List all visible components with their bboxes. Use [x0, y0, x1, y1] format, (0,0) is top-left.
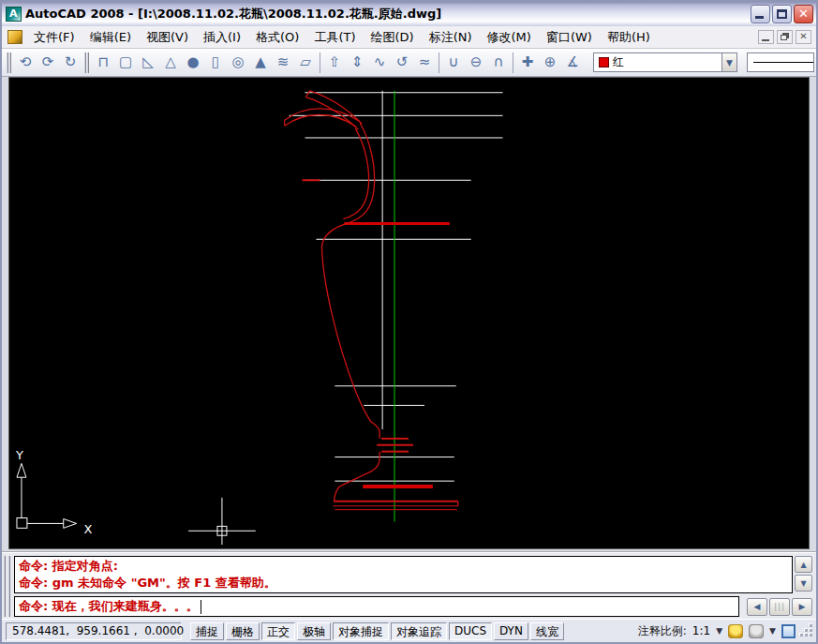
free-orbit-icon: ⟳ — [42, 55, 54, 69]
3d-move-icon: ✚ — [522, 55, 534, 69]
hscroll-thumb[interactable]: ||| — [769, 598, 790, 616]
command-window-grip[interactable] — [4, 556, 10, 617]
pyramid-icon: ▲ — [255, 55, 266, 69]
color-combobox[interactable]: 红 — [593, 52, 721, 72]
3d-align-icon: ∡ — [566, 55, 578, 69]
3d-rotate-button[interactable]: ⊕ — [539, 52, 561, 74]
minimize-button[interactable] — [751, 5, 770, 23]
annotation-scale-dropdown-icon[interactable]: ▼ — [716, 626, 722, 636]
menu-item-edit[interactable]: 编辑(E) — [82, 27, 139, 48]
3d-rotate-icon: ⊕ — [544, 55, 557, 69]
toggle-lwt[interactable]: 线宽 — [530, 622, 564, 640]
subtract-button[interactable]: ⊖ — [465, 52, 487, 74]
torus-button[interactable]: ◎ — [227, 52, 249, 74]
command-history[interactable]: 命令: 指定对角点:命令: gm 未知命令 "GM"。按 F1 查看帮助。 — [14, 556, 793, 593]
toolbar-grip[interactable] — [7, 52, 11, 73]
status-menu-dropdown-icon[interactable]: ▼ — [769, 626, 776, 636]
linetype-sample — [753, 62, 814, 63]
color-swatch-red — [599, 57, 609, 67]
constrained-orbit-button[interactable]: ⟲ — [14, 52, 37, 74]
cylinder-button[interactable]: ▯ — [204, 52, 227, 74]
command-vscrollbar: ▲ ▼ — [795, 556, 812, 593]
menu-item-insert[interactable]: 插入(I) — [196, 27, 248, 48]
linetype-combobox[interactable]: ByLa — [747, 52, 814, 72]
continuous-orbit-button[interactable]: ↻ — [59, 52, 82, 74]
clean-screen-button[interactable] — [781, 624, 796, 638]
toggle-polar[interactable]: 极轴 — [297, 622, 331, 640]
presspull-button[interactable]: ⇕ — [346, 52, 368, 74]
coordinate-display[interactable]: 578.4481, 959.1661 , 0.0000 — [6, 622, 182, 640]
menu-item-help[interactable]: 帮助(H) — [600, 27, 658, 48]
command-input[interactable]: 命令: 现在，我们来建瓶身。。。 — [14, 596, 739, 617]
auto-annotation-icon[interactable] — [749, 624, 764, 638]
toolbar-grip[interactable] — [84, 52, 89, 73]
extrude-button[interactable]: ⇧ — [323, 52, 346, 74]
mdi-close-button[interactable]: ✕ — [796, 30, 811, 44]
sweep-button[interactable]: ∿ — [368, 52, 391, 74]
toolbar-separator — [320, 52, 320, 73]
mdi-restore-icon — [781, 35, 787, 40]
text-cursor — [201, 600, 201, 614]
loft-button[interactable]: ≈ — [413, 52, 436, 74]
maximize-button[interactable] — [772, 5, 792, 23]
toggle-snap[interactable]: 捕捉 — [190, 622, 224, 640]
extrude-icon: ⇧ — [329, 55, 341, 69]
scroll-right-button[interactable]: ▶ — [792, 598, 812, 616]
sphere-button[interactable]: ● — [182, 52, 204, 74]
model-space[interactable]: Y X — [8, 77, 810, 549]
menu-item-dimension[interactable]: 标注(N) — [422, 27, 480, 48]
annotation-scale-value[interactable]: 1:1 — [692, 624, 710, 637]
menu-item-tools[interactable]: 工具(T) — [306, 27, 363, 48]
toggle-dyn[interactable]: DYN — [494, 622, 528, 640]
color-dropdown-button[interactable]: ▼ — [721, 52, 737, 72]
scroll-down-button[interactable]: ▼ — [795, 575, 812, 592]
command-history-line: 命令: gm 未知命令 "GM"。按 F1 查看帮助。 — [19, 575, 788, 592]
window-title: AutoCAD 2008 - [I:\2008.11.02.花瓶\2008.11… — [25, 6, 441, 22]
resize-grip[interactable] — [801, 625, 812, 637]
menu-item-window[interactable]: 窗口(W) — [539, 27, 600, 48]
planar-surface-button[interactable]: ▱ — [294, 52, 317, 74]
menu-item-format[interactable]: 格式(O) — [248, 27, 306, 48]
menu-item-draw[interactable]: 绘图(D) — [364, 27, 422, 48]
svg-text:Y: Y — [15, 449, 23, 463]
toggle-ortho[interactable]: 正交 — [261, 622, 295, 640]
chevron-down-icon: ▼ — [726, 58, 733, 67]
intersect-button[interactable]: ∩ — [487, 52, 510, 74]
cone-icon: △ — [165, 55, 176, 69]
toggle-osnap[interactable]: 对象捕捉 — [333, 622, 389, 640]
menu-item-modify[interactable]: 修改(M) — [480, 27, 539, 48]
helix-button[interactable]: ≋ — [272, 52, 294, 74]
ucs-icon: Y X — [15, 449, 93, 537]
status-bar: 578.4481, 959.1661 , 0.0000 捕捉栅格正交极轴对象捕捉… — [2, 619, 816, 642]
pyramid-button[interactable]: ▲ — [249, 52, 272, 74]
scroll-left-button[interactable]: ◀ — [747, 598, 767, 616]
box-button[interactable]: ▢ — [114, 52, 137, 74]
minimize-icon — [755, 16, 764, 19]
maximize-icon — [777, 9, 787, 19]
close-button[interactable]: ✕ — [794, 5, 813, 23]
polysolid-button[interactable]: ⊓ — [92, 52, 114, 74]
toggle-ducs[interactable]: DUCS — [449, 622, 492, 640]
torus-icon: ◎ — [231, 55, 244, 69]
mdi-restore-button[interactable] — [777, 30, 793, 44]
intersect-icon: ∩ — [494, 55, 504, 69]
free-orbit-button[interactable]: ⟳ — [37, 52, 59, 74]
toggle-grid[interactable]: 栅格 — [226, 622, 260, 640]
toolbar-separator — [513, 52, 513, 73]
vase-drawing — [285, 91, 503, 522]
drawing-file-icon — [7, 30, 22, 44]
3d-move-button[interactable]: ✚ — [516, 52, 539, 74]
toggle-otrack[interactable]: 对象追踪 — [391, 622, 447, 640]
menu-item-file[interactable]: 文件(F) — [26, 27, 82, 48]
revolve-button[interactable]: ↺ — [391, 52, 413, 74]
3d-align-button[interactable]: ∡ — [561, 52, 584, 74]
mdi-minimize-button[interactable] — [758, 30, 774, 44]
annotation-visibility-icon[interactable] — [728, 624, 743, 638]
union-icon: ∪ — [449, 55, 459, 69]
menu-item-view[interactable]: 视图(V) — [139, 27, 196, 48]
command-history-line: 命令: 指定对角点: — [19, 558, 788, 575]
wedge-button[interactable]: ◺ — [137, 52, 159, 74]
cone-button[interactable]: △ — [159, 52, 182, 74]
scroll-up-button[interactable]: ▲ — [795, 556, 812, 573]
union-button[interactable]: ∪ — [442, 52, 465, 74]
